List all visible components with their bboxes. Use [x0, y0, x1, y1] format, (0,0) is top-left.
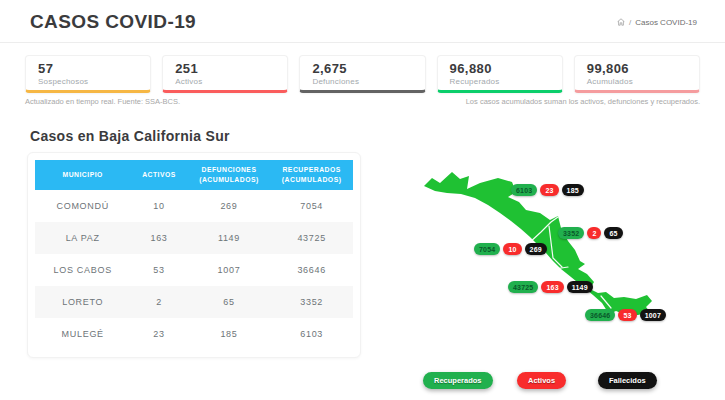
cell-activos: 10	[130, 190, 187, 222]
col-header-defunciones: DEFUNCIONES(ACUMULADOS)	[188, 160, 271, 190]
update-note: Actualizado en tiempo real. Fuente: SSA-…	[25, 97, 180, 106]
recovered-badge: 6103	[511, 184, 537, 196]
cell-defunciones: 185	[188, 318, 271, 350]
cell-recuperados: 7054	[270, 190, 353, 222]
table-row-mulege: MULEGÉ 23 185 6103	[35, 318, 353, 350]
deaths-badge: 185	[562, 184, 584, 196]
active-badge: 10	[503, 243, 521, 255]
stat-label: Activos	[175, 77, 275, 86]
table-row-lapaz: LA PAZ 163 1149 43725	[35, 222, 353, 254]
map-panel: 6103 23 185 3352 2 65 7054 10 269 43725 …	[415, 150, 715, 398]
recovered-badge: 43725	[508, 281, 538, 293]
stat-card-recuperados: 96,880 Recuperados	[437, 55, 563, 93]
deaths-badge: 269	[525, 243, 547, 255]
stat-label: Recuperados	[450, 77, 550, 86]
map-badges-lapaz: 43725 163 1149	[508, 281, 593, 293]
stat-value: 99,806	[587, 61, 687, 76]
legend-fallecidos-button[interactable]: Fallecidos	[598, 372, 657, 389]
cell-recuperados: 3352	[270, 286, 353, 318]
cell-defunciones: 1149	[188, 222, 271, 254]
recovered-badge: 36646	[585, 309, 615, 321]
table-header-row: MUNICIPIO ACTIVOS DEFUNCIONES(ACUMULADOS…	[35, 160, 353, 190]
section-title: Casos en Baja California Sur	[30, 128, 725, 144]
deaths-badge: 65	[604, 227, 622, 239]
cell-municipio: MULEGÉ	[35, 318, 130, 350]
page-title: CASOS COVID-19	[30, 11, 196, 33]
deaths-badge: 1149	[567, 281, 593, 293]
stat-value: 2,675	[312, 61, 412, 76]
active-badge: 2	[587, 227, 601, 239]
breadcrumb-separator: /	[629, 18, 631, 27]
page-header: CASOS COVID-19 / Casos COVID-19	[0, 0, 725, 43]
cell-activos: 163	[130, 222, 187, 254]
breadcrumb-current[interactable]: Casos COVID-19	[635, 18, 697, 27]
cell-recuperados: 6103	[270, 318, 353, 350]
cell-recuperados: 43725	[270, 222, 353, 254]
home-icon[interactable]	[617, 18, 625, 26]
cell-municipio: LORETO	[35, 286, 130, 318]
stat-label: Sospechosos	[38, 77, 138, 86]
stat-value: 57	[38, 61, 138, 76]
bcs-map	[415, 150, 715, 360]
map-badges-mulege: 6103 23 185	[511, 184, 584, 196]
active-badge: 23	[540, 184, 558, 196]
cell-municipio: COMONDÚ	[35, 190, 130, 222]
table-row-loscabos: LOS CABOS 53 1007 36646	[35, 254, 353, 286]
recovered-badge: 3352	[558, 227, 584, 239]
stat-card-activos: 251 Activos	[162, 55, 288, 93]
stat-label: Acumulados	[587, 77, 687, 86]
col-header-municipio: MUNICIPIO	[35, 160, 130, 190]
stat-card-defunciones: 2,675 Defunciones	[299, 55, 425, 93]
cell-defunciones: 65	[188, 286, 271, 318]
municipality-table: MUNICIPIO ACTIVOS DEFUNCIONES(ACUMULADOS…	[35, 160, 353, 350]
cell-municipio: LOS CABOS	[35, 254, 130, 286]
col-header-activos: ACTIVOS	[130, 160, 187, 190]
legend-activos-button[interactable]: Activos	[517, 372, 566, 389]
map-badges-loscabos: 36646 53 1007	[585, 309, 666, 321]
legend-recuperados-button[interactable]: Recuperados	[423, 372, 493, 389]
notes-row: Actualizado en tiempo real. Fuente: SSA-…	[25, 97, 700, 106]
table-row-comondu: COMONDÚ 10 269 7054	[35, 190, 353, 222]
stat-label: Defunciones	[312, 77, 412, 86]
cell-municipio: LA PAZ	[35, 222, 130, 254]
active-badge: 53	[618, 309, 636, 321]
stat-value: 96,880	[450, 61, 550, 76]
cell-recuperados: 36646	[270, 254, 353, 286]
stat-card-acumulados: 99,806 Acumulados	[574, 55, 700, 93]
stat-card-sospechosos: 57 Sospechosos	[25, 55, 151, 93]
stats-row: 57 Sospechosos 251 Activos 2,675 Defunci…	[25, 55, 700, 93]
col-header-recuperados: RECUPERADOS(ACUMULADOS)	[270, 160, 353, 190]
map-badges-loreto: 3352 2 65	[558, 227, 623, 239]
deaths-badge: 1007	[640, 309, 666, 321]
sum-note: Los casos acumulados suman los activos, …	[466, 97, 700, 106]
table-row-loreto: LORETO 2 65 3352	[35, 286, 353, 318]
cell-activos: 2	[130, 286, 187, 318]
stat-value: 251	[175, 61, 275, 76]
recovered-badge: 7054	[474, 243, 500, 255]
cell-activos: 53	[130, 254, 187, 286]
map-badges-comondu: 7054 10 269	[474, 243, 547, 255]
cell-defunciones: 269	[188, 190, 271, 222]
cell-activos: 23	[130, 318, 187, 350]
breadcrumb: / Casos COVID-19	[617, 18, 697, 27]
active-badge: 163	[541, 281, 563, 293]
municipality-table-card: MUNICIPIO ACTIVOS DEFUNCIONES(ACUMULADOS…	[27, 152, 361, 358]
cell-defunciones: 1007	[188, 254, 271, 286]
